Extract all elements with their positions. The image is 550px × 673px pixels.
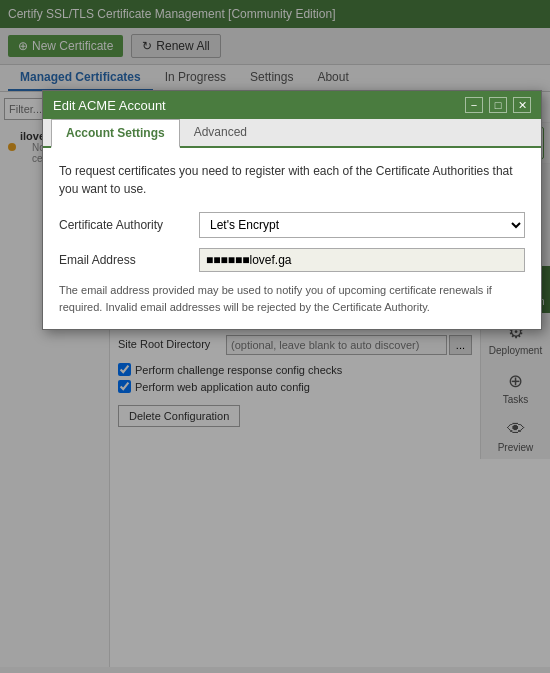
modal-maximize-btn[interactable]: □ (489, 97, 507, 113)
modal-description: To request certificates you need to regi… (59, 162, 525, 198)
modal-title: Edit ACME Account (53, 98, 166, 113)
modal-email-label: Email Address (59, 253, 189, 267)
edit-acme-modal: Edit ACME Account − □ ✕ Account Settings… (42, 90, 542, 330)
modal-tab-account[interactable]: Account Settings (51, 119, 180, 148)
modal-footer-note: The email address provided may be used t… (59, 282, 525, 315)
modal-ca-row: Certificate Authority Let's Encrypt (59, 212, 525, 238)
modal-title-bar: Edit ACME Account − □ ✕ (43, 91, 541, 119)
modal-ca-select[interactable]: Let's Encrypt (199, 212, 525, 238)
modal-close-btn[interactable]: ✕ (513, 97, 531, 113)
modal-ca-control: Let's Encrypt (199, 212, 525, 238)
modal-email-input[interactable] (199, 248, 525, 272)
modal-ca-label: Certificate Authority (59, 218, 189, 232)
modal-minimize-btn[interactable]: − (465, 97, 483, 113)
modal-email-control (199, 248, 525, 272)
modal-tabs: Account Settings Advanced (43, 119, 541, 148)
modal-tab-advanced[interactable]: Advanced (180, 119, 261, 146)
modal-email-row: Email Address (59, 248, 525, 272)
modal-window-controls: − □ ✕ (465, 97, 531, 113)
modal-body: To request certificates you need to regi… (43, 148, 541, 329)
